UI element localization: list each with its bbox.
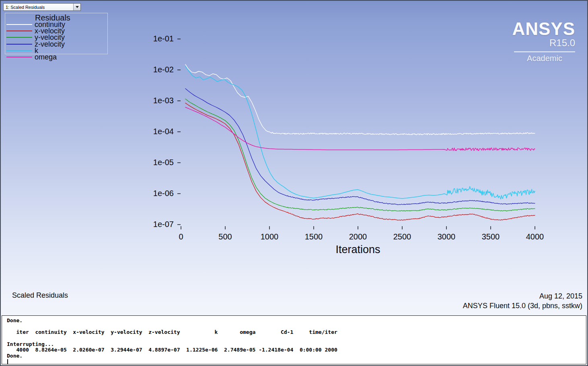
plot-selector-dropdown[interactable]: 1: Scaled Residuals: [3, 3, 81, 11]
plot-selector-value: 1: Scaled Residuals: [4, 5, 73, 10]
legend-item-omega: omega: [5, 54, 107, 60]
console-line: 4000 8.8264e-05 2.0260e-07 3.2944e-07 4.…: [7, 347, 586, 353]
ansys-brand-text: ANSYS: [512, 20, 575, 38]
x-tick-label: 1500: [296, 232, 332, 242]
x-tick-label: 500: [207, 232, 243, 242]
date-label: Aug 12, 2015: [463, 291, 582, 301]
y-tick-label: 1e-02: [142, 65, 174, 75]
chevron-down-icon: [76, 6, 79, 8]
series-y-velocity: [185, 99, 535, 211]
series-z-velocity: [185, 88, 535, 204]
console-line: iter continuity x-velocity y-velocity z-…: [7, 329, 586, 335]
app-version-label: ANSYS Fluent 15.0 (3d, pbns, sstkw): [463, 301, 582, 311]
y-tick-label: 1e-01: [142, 34, 174, 44]
legend-item-label: z-velocity: [35, 41, 65, 47]
legend-box: Residuals continuity x-velocity y-veloci…: [5, 13, 108, 54]
dropdown-arrow-button[interactable]: [73, 4, 80, 10]
legend-title: Residuals: [5, 13, 107, 21]
x-tick-label: 3500: [473, 232, 509, 242]
logo-divider: [514, 51, 575, 52]
console-line: Done.: [7, 318, 586, 324]
x-tick-label: 2500: [384, 232, 420, 242]
console-line: [7, 335, 586, 341]
series-k: [185, 66, 535, 199]
x-tick-label: 2000: [340, 232, 376, 242]
legend-line-sample: [6, 24, 32, 25]
x-axis-title: Iterations: [322, 243, 394, 256]
x-tick-label: 0: [163, 232, 199, 242]
x-tick-label: 4000: [517, 232, 553, 242]
ansys-version-text: R15.0: [512, 38, 575, 48]
legend-line-sample: [6, 37, 32, 38]
y-tick-label: 1e-06: [142, 189, 174, 198]
console-line: [7, 324, 586, 330]
legend-line-sample: [6, 50, 32, 51]
ansys-edition-text: Academic: [514, 54, 575, 63]
console-line: Interrupting...: [7, 341, 586, 348]
series-x-velocity: [185, 103, 535, 220]
console[interactable]: Done. iter continuity x-velocity y-veloc…: [2, 315, 586, 364]
ansys-logo: ANSYS R15.0 Academic: [512, 20, 575, 63]
legend-item-label: omega: [35, 54, 57, 60]
footer-info: Aug 12, 2015 ANSYS Fluent 15.0 (3d, pbns…: [463, 291, 582, 311]
legend-item-z-velocity: z-velocity: [5, 41, 107, 47]
y-tick-label: 1e-07: [142, 220, 174, 229]
legend-line-sample: [6, 44, 32, 45]
fluent-graphics-window: 1: Scaled Residuals Residuals continuity…: [0, 0, 588, 366]
console-line: Done.: [7, 353, 586, 359]
legend-line-sample: [6, 57, 32, 57]
plot-caption: Scaled Residuals: [12, 291, 68, 300]
series-continuity: [185, 64, 535, 135]
x-tick-label: 1000: [251, 232, 288, 242]
text-cursor: [7, 359, 8, 364]
y-tick-label: 1e-03: [142, 96, 174, 106]
legend-line-sample: [6, 31, 32, 31]
series-omega: [185, 107, 535, 151]
y-tick-label: 1e-05: [142, 158, 174, 168]
y-tick-label: 1e-04: [142, 127, 174, 137]
x-tick-label: 3000: [428, 232, 465, 242]
